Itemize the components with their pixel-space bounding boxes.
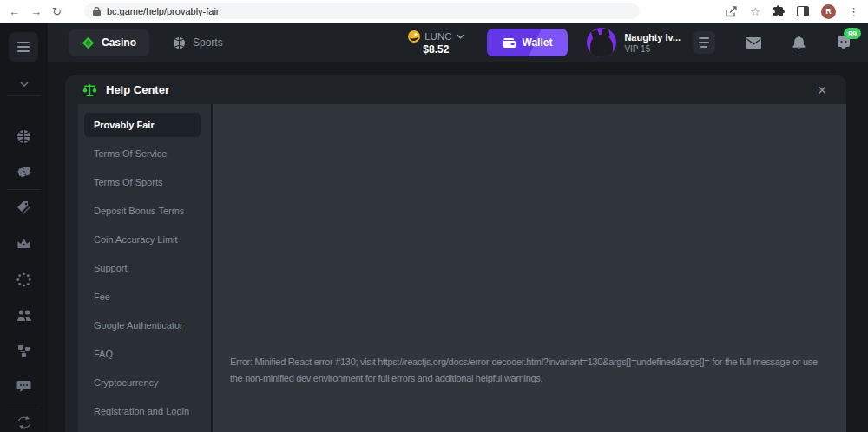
chevron-down-icon[interactable] <box>20 82 29 87</box>
user-profile[interactable]: Naughty Iv... VIP 15 <box>587 28 681 57</box>
notifications-button[interactable] <box>792 36 806 50</box>
bell-icon <box>792 36 806 50</box>
vip-crown-icon[interactable] <box>16 237 31 249</box>
menu-item-fee[interactable]: Fee <box>84 285 201 309</box>
menu-item-google-authenticator[interactable]: Google Authenticator <box>84 313 201 337</box>
wallet-button-label: Wallet <box>523 36 553 49</box>
mail-icon <box>746 37 761 49</box>
react-error-message: Error: Minified React error #130; visit … <box>230 354 829 387</box>
menu-item-coin-accuracy-limit[interactable]: Coin Accuracy Limit <box>84 227 201 252</box>
tab-sports[interactable]: Sports <box>160 29 236 56</box>
menu-item-terms-of-service[interactable]: Terms Of Service <box>84 141 201 166</box>
sidebar-divider <box>7 409 41 409</box>
tab-casino-label: Casino <box>102 36 136 49</box>
tab-sports-label: Sports <box>193 36 223 49</box>
sports-ball-icon <box>173 36 186 49</box>
help-content-panel: Error: Minified React error #130; visit … <box>213 104 846 432</box>
affiliate-icon[interactable] <box>16 309 32 322</box>
browser-profile-avatar[interactable]: R <box>821 4 836 19</box>
menu-item-terms-of-sports[interactable]: Terms Of Sports <box>84 170 201 194</box>
menu-item-aml-policy[interactable]: AML Policy <box>84 428 201 432</box>
currency-amount: $8.52 <box>423 43 449 56</box>
browser-menu-icon[interactable]: ⋮ <box>848 6 859 17</box>
chat-unread-badge: 99 <box>844 28 861 39</box>
reload-icon[interactable]: ↻ <box>52 6 62 17</box>
swap-icon[interactable] <box>16 416 32 429</box>
tab-casino[interactable]: Casino <box>69 29 149 56</box>
promotions-icon[interactable] <box>16 200 31 215</box>
page-stage: Help Center ✕ Provably Fair Terms Of Ser… <box>48 62 868 432</box>
sports-icon[interactable] <box>16 129 31 144</box>
modal-body: Provably Fair Terms Of Service Terms Of … <box>78 104 846 432</box>
menu-item-registration-and-login[interactable]: Registration and Login <box>84 399 201 423</box>
wallet-button[interactable]: Wallet <box>487 29 569 56</box>
menu-item-provably-fair[interactable]: Provably Fair <box>84 113 201 137</box>
currency-code: LUNC <box>424 31 451 42</box>
bookmark-star-icon[interactable]: ☆ <box>750 6 760 17</box>
modal-header: Help Center ✕ <box>65 75 846 104</box>
share-icon[interactable] <box>726 6 738 17</box>
left-sidebar <box>0 23 48 432</box>
user-name: Naughty Iv... <box>624 32 681 43</box>
user-menu-button[interactable] <box>693 31 715 54</box>
user-avatar[interactable] <box>587 28 616 57</box>
close-icon[interactable]: ✕ <box>815 83 829 97</box>
help-menu: Provably Fair Terms Of Service Terms Of … <box>78 104 213 432</box>
help-center-modal: Help Center ✕ Provably Fair Terms Of Ser… <box>65 75 846 432</box>
sidebar-divider <box>7 95 41 96</box>
inbox-button[interactable] <box>746 37 761 49</box>
user-vip-level: VIP 15 <box>624 44 681 54</box>
back-icon[interactable]: ← <box>9 6 20 17</box>
address-bar[interactable]: bc.game/help/provably-fair <box>84 3 640 19</box>
lunc-coin-icon <box>408 30 420 43</box>
forward-icon[interactable]: → <box>30 6 42 17</box>
top-nav-bar: Casino Sports LUNC $8.52 Wallet <box>48 23 868 62</box>
chat-button[interactable]: 99 <box>837 36 851 49</box>
extensions-puzzle-icon[interactable] <box>773 5 785 17</box>
browser-chrome: ← → ↻ bc.game/help/provably-fair ☆ R ⋮ <box>0 0 868 23</box>
sidebar-menu-button[interactable] <box>9 32 38 62</box>
main-area: Casino Sports LUNC $8.52 Wallet <box>48 23 868 432</box>
menu-item-support[interactable]: Support <box>84 256 201 280</box>
chat-icon[interactable] <box>16 380 31 393</box>
sidebar-divider <box>7 189 41 190</box>
menu-item-faq[interactable]: FAQ <box>84 342 201 366</box>
scale-icon <box>82 83 97 97</box>
menu-item-cryptocurrency[interactable]: Cryptocurrency <box>84 370 201 395</box>
app-shell: Casino Sports LUNC $8.52 Wallet <box>0 23 868 432</box>
url-text[interactable]: bc.game/help/provably-fair <box>107 6 220 16</box>
casino-diamond-icon <box>82 36 95 49</box>
side-panel-icon[interactable] <box>797 6 809 16</box>
currency-selector[interactable]: LUNC $8.52 <box>408 30 464 56</box>
menu-item-deposit-bonus-terms[interactable]: Deposit Bonus Terms <box>84 199 201 223</box>
ticket-icon[interactable] <box>16 165 32 179</box>
modal-title: Help Center <box>106 83 169 96</box>
bonus-coin-icon[interactable] <box>16 272 31 287</box>
wallet-icon <box>503 37 516 49</box>
currency-chevron-down-icon <box>457 34 464 39</box>
network-icon[interactable] <box>16 344 31 358</box>
lock-icon <box>93 7 101 16</box>
